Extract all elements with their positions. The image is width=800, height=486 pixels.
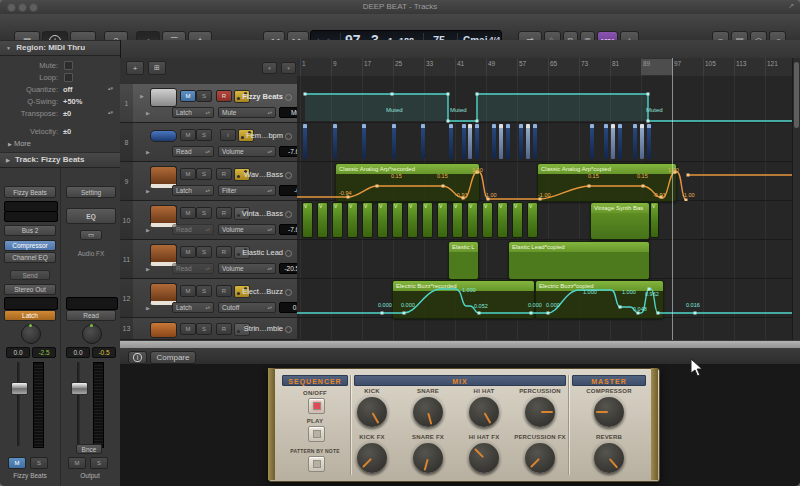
insert-channel-eq-slot[interactable]: Channel EQ [4,252,56,263]
automation-disclosure-icon[interactable]: ▶ [146,305,150,311]
track-record-button[interactable]: R [216,207,232,219]
audio-clip[interactable] [633,124,637,159]
automation-disclosure-icon[interactable]: ▶ [146,188,150,194]
track-mute-button[interactable]: M [180,207,196,219]
midi-region-elastic-lead-copied[interactable]: Elastic Lead*copied [508,241,650,280]
automation-disclosure-icon[interactable]: ▶ [146,149,150,155]
qswing-value[interactable]: +50% [63,97,82,106]
group-slot[interactable] [4,297,58,310]
midi-region-slice[interactable]: V [347,202,358,238]
mute-checkbox[interactable] [64,61,73,70]
track-solo-button[interactable]: S [196,168,212,180]
hihat-knob[interactable] [469,397,499,427]
track-record-button[interactable]: R [216,168,232,180]
compressor-knob[interactable] [594,397,624,427]
bar-ruler[interactable]: 1 9 17 25 33 41 49 57 65 73 81 89 97 105… [297,58,792,77]
midi-region-slice[interactable]: V [332,202,343,238]
track-on-indicator[interactable] [285,326,292,333]
track-header-fizzy-beats[interactable]: 1 ▶ M S R Fizzy Beats ▶ Latch▴▾ Mute▴▾ M… [120,84,297,123]
midi-region-elastic-lead[interactable]: Elastic L [448,241,479,280]
midi-fx-button[interactable]: ▭ [80,230,102,240]
track-solo-button[interactable]: S [196,323,212,335]
automation-disclosure-icon[interactable]: ▶ [146,110,150,116]
midi-region-vintage-synth-bass[interactable]: Vintage Synth Bas [590,202,650,240]
audio-clip[interactable] [499,124,503,159]
track-on-indicator[interactable] [285,133,292,140]
kick-fx-knob[interactable] [357,443,387,473]
track-header-wav-bass[interactable]: 9 M S R Wav…Bass ▶ Latch▴▾ Filter▴▾ -0.4… [120,162,297,201]
sequencer-play-button[interactable] [308,426,325,442]
kick-knob[interactable] [357,397,387,427]
track-name[interactable]: Wav…Bass [244,170,283,179]
automation-disclosure-icon[interactable]: ▶ [146,266,150,272]
midi-region-slice[interactable]: V [482,202,493,238]
track-name[interactable]: Fem…bpm [246,131,283,140]
fullscreen-icon[interactable]: ↗ [788,2,794,10]
midi-region-slice[interactable]: V [362,202,373,238]
midi-region-slice[interactable]: V [650,202,659,238]
track-solo-button[interactable]: S [196,285,212,297]
midi-region-slice[interactable]: V [527,202,538,238]
audio-clip[interactable] [604,124,608,159]
audio-clip[interactable] [519,124,523,159]
track-solo-button[interactable]: S [196,246,212,258]
sequencer-onoff-button[interactable] [308,398,325,414]
track-mute-button[interactable]: M [180,323,196,335]
strip-mute-button[interactable]: M [68,457,86,469]
reverb-knob[interactable] [594,443,624,473]
track-header-elastic-lead[interactable]: 11 M S R Elastic Lead ▶ Read▴▾ Volume▴▾ … [120,240,297,279]
duplicate-track-button[interactable]: ⊞ [148,61,166,75]
strip-solo-button[interactable]: S [30,457,48,469]
send-slot[interactable]: Send [10,270,50,280]
track-on-indicator[interactable] [285,172,292,179]
automation-mode-select[interactable]: Latch▴▾ [172,185,214,196]
disclosure-icon[interactable]: ▶ [140,93,144,99]
midi-region-slice[interactable]: V [497,202,508,238]
mute-automation-curve[interactable] [297,84,792,123]
track-mute-button[interactable]: M [180,168,196,180]
strip-mute-button[interactable]: M [8,457,26,469]
audio-clip[interactable] [392,124,396,159]
transpose-value[interactable]: ±0 [63,109,71,118]
setting-button[interactable]: Setting [66,186,116,198]
add-track-button[interactable]: + [126,61,144,75]
pan-knob[interactable] [82,324,102,344]
pan-value[interactable]: 0.0 [6,347,30,358]
track-on-indicator[interactable] [285,211,292,218]
pan-value[interactable]: 0.0 [66,347,90,358]
track-mute-button[interactable]: M [180,129,196,141]
audio-clip[interactable] [526,124,530,159]
automation-param-select[interactable]: Filter▴▾ [218,185,276,196]
audio-clip[interactable] [449,124,453,159]
audio-clip[interactable] [647,124,651,159]
quantize-stepper[interactable]: ▴▾ [108,86,113,91]
automation-mode-select[interactable]: Latch▴▾ [172,302,214,313]
midi-region-slice[interactable]: V [467,202,478,238]
cutoff-automation-curve[interactable] [297,279,792,320]
fader-cap[interactable] [71,382,88,395]
audio-clip[interactable] [333,124,337,159]
fader-cap[interactable] [11,382,28,395]
automation-mode-select[interactable]: Read▴▾ [172,263,214,274]
vertical-scrollbar-thumb[interactable] [794,62,799,128]
midi-region-slice[interactable]: V [302,202,313,238]
track-header-fem-bpm[interactable]: 8 M S i Fem…bpm ▶ Read▴▾ Volume▴▾ -7.6 d… [120,123,297,162]
track-input-button[interactable]: i [220,129,236,141]
audio-clip[interactable] [618,124,622,159]
pan-knob[interactable] [21,324,41,344]
volume-fader[interactable] [17,362,20,446]
automation-param-select[interactable]: Volume▴▾ [218,224,276,235]
audio-clip[interactable] [462,124,466,159]
audio-clip[interactable] [533,124,537,159]
region-inspector-header[interactable]: ▼ Region: MIDI Thru [0,40,120,56]
quantize-value[interactable]: off [63,85,73,94]
playhead[interactable] [672,58,673,340]
automation-disclosure-icon[interactable]: ▶ [146,227,150,233]
track-header-vintage-bass[interactable]: 10 M S R Vinta…Bass ▶ Read▴▾ Volume▴▾ -7… [120,201,297,240]
automation-mode-select[interactable]: Read▴▾ [172,224,214,235]
track-header-electric-buzz[interactable]: 12 M S R Elect…Buzz ▶ Latch▴▾ Cutoff▴▾ 0… [120,279,297,318]
track-name[interactable]: Elect…Buzz [242,287,283,296]
audio-clip[interactable] [590,124,594,159]
strip-solo-button[interactable]: S [90,457,108,469]
snare-fx-knob[interactable] [413,443,443,473]
